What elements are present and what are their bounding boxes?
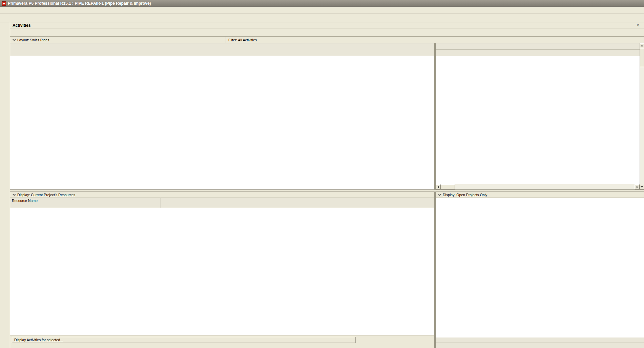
gantt-vertical-scrollbar[interactable]: [640, 43, 644, 189]
resource-usage-histogram: [436, 198, 644, 337]
display-activities-bar: Display Activities for selected...: [12, 337, 356, 343]
resource-options-area: Display Activities for selected...: [10, 335, 434, 348]
usage-display-bar[interactable]: Display: Open Projects Only: [436, 192, 644, 198]
workspace: Activities × Layout: Swiss Rides Filter:…: [10, 22, 644, 348]
menu-bar: [0, 7, 644, 14]
resources-display-bar[interactable]: Display: Current Project's Resources: [10, 192, 434, 198]
gantt-empty-area: [436, 172, 640, 184]
resource-list-empty-area: [10, 208, 434, 335]
chevron-down-icon: [13, 38, 16, 41]
scroll-left-icon[interactable]: [436, 184, 441, 189]
layout-label: Layout: Swiss Rides: [17, 38, 49, 42]
scroll-down-icon[interactable]: [640, 185, 644, 189]
usage-display-label: Display: Open Projects Only: [443, 193, 487, 197]
activities-pane: Layout: Swiss Rides Filter: All Activiti…: [10, 37, 644, 190]
scroll-up-icon[interactable]: [640, 43, 644, 48]
horizontal-scrollbar-thumb[interactable]: [441, 184, 455, 189]
resource-filter-checkboxes: [12, 343, 433, 348]
page-title: Activities: [13, 23, 30, 28]
side-toolbar: [0, 22, 10, 348]
gantt-horizontal-scrollbar[interactable]: [436, 184, 640, 189]
empty-column-header: [161, 198, 434, 208]
scrollbar-track[interactable]: [455, 184, 635, 189]
table-body: [10, 56, 434, 172]
view-tabs: [10, 28, 644, 37]
filter-bar[interactable]: Filter: All Activities: [226, 37, 644, 43]
gantt-bars-area: [436, 56, 640, 172]
close-icon[interactable]: ×: [635, 23, 641, 28]
layout-options-button[interactable]: Layout: Swiss Rides: [10, 37, 226, 43]
gantt-timescale: [436, 43, 640, 56]
resources-pane: Display: Current Project's Resources Res…: [10, 192, 434, 348]
window-title: Primavera P6 Professional R15.1 : PIPE R…: [8, 1, 151, 6]
window-titlebar[interactable]: Primavera P6 Professional R15.1 : PIPE R…: [0, 0, 644, 7]
layout-options-bar: Layout: Swiss Rides Filter: All Activiti…: [10, 37, 644, 43]
primavera-app-icon: [2, 1, 6, 6]
vertical-scrollbar-thumb[interactable]: [640, 48, 644, 67]
app-body: Activities × Layout: Swiss Rides Filter:…: [0, 22, 644, 348]
histogram-week-axis: [436, 343, 644, 348]
gantt-chart: [436, 43, 640, 189]
workspace-titlebar: Activities ×: [10, 22, 644, 28]
filter-label: Filter: All Activities: [228, 38, 257, 42]
scroll-right-icon[interactable]: [635, 184, 640, 189]
chevron-down-icon: [13, 192, 16, 196]
scrollbar-track[interactable]: [640, 67, 644, 185]
histogram-day-axis: [436, 337, 644, 343]
activity-table: [10, 43, 434, 189]
main-toolbar: [0, 14, 644, 22]
resource-usage-pane: Display: Open Projects Only: [436, 192, 644, 348]
table-header-row: [10, 43, 434, 56]
resource-table-header: Resource Name: [10, 198, 434, 208]
resources-display-label: Display: Current Project's Resources: [17, 193, 75, 197]
chevron-down-icon: [438, 192, 441, 196]
resource-name-column-header[interactable]: Resource Name: [10, 198, 161, 208]
